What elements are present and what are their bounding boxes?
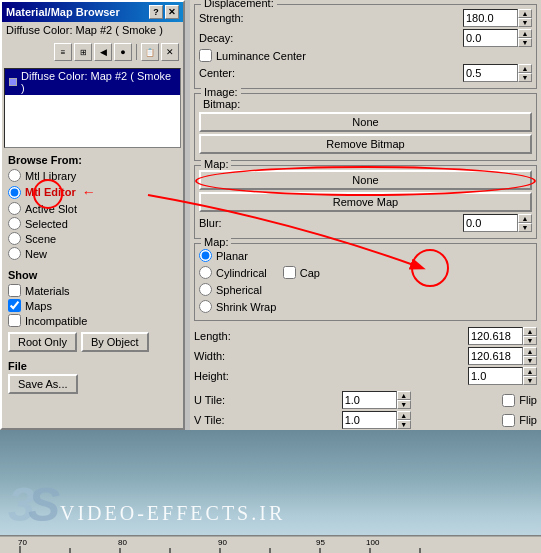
radio-planar-input[interactable] — [199, 249, 212, 262]
decay-input[interactable] — [463, 29, 518, 47]
svg-text:S: S — [28, 478, 60, 531]
help-button[interactable]: ? — [149, 5, 163, 19]
radio-mtl-library-input[interactable] — [8, 169, 21, 182]
radio-mtl-editor[interactable]: Mtl Editor ← — [8, 183, 177, 201]
width-up-btn[interactable]: ▲ — [523, 347, 537, 356]
radio-scene[interactable]: Scene — [8, 231, 177, 246]
check-cap-input[interactable] — [283, 266, 296, 279]
close-button[interactable]: ✕ — [165, 5, 179, 19]
center-input[interactable] — [463, 64, 518, 82]
back-button[interactable]: ◀ — [94, 43, 112, 61]
tree-view-button[interactable]: ⊞ — [74, 43, 92, 61]
center-up-btn[interactable]: ▲ — [518, 64, 532, 73]
cylindrical-row: Cylindrical Cap — [199, 265, 532, 280]
strength-up-btn[interactable]: ▲ — [518, 9, 532, 18]
none-bitmap-button[interactable]: None — [199, 112, 532, 132]
length-up-btn[interactable]: ▲ — [523, 327, 537, 336]
check-incompatible-input[interactable] — [8, 314, 21, 327]
radio-mtl-editor-label: Mtl Editor — [25, 186, 76, 198]
radio-planar[interactable]: Planar — [199, 248, 248, 263]
radio-shrinkwrap[interactable]: Shrink Wrap — [199, 299, 276, 314]
tree-area[interactable]: Diffuse Color: Map #2 ( Smoke ) — [4, 68, 181, 148]
root-only-button[interactable]: Root Only — [8, 332, 77, 352]
ruler-svg: 70 80 90 95 100 — [0, 536, 541, 554]
radio-mtl-library[interactable]: Mtl Library — [8, 168, 177, 183]
strength-down-btn[interactable]: ▼ — [518, 18, 532, 27]
spherical-row: Spherical — [199, 282, 532, 297]
radio-active-slot[interactable]: Active Slot — [8, 201, 177, 216]
center-down-btn[interactable]: ▼ — [518, 73, 532, 82]
radio-selected-input[interactable] — [8, 217, 21, 230]
u-tile-up-btn[interactable]: ▲ — [397, 391, 411, 400]
height-up-btn[interactable]: ▲ — [523, 367, 537, 376]
radio-shrinkwrap-input[interactable] — [199, 300, 212, 313]
check-cap[interactable]: Cap — [283, 265, 320, 280]
check-maps[interactable]: Maps — [8, 298, 177, 313]
strength-input[interactable] — [463, 9, 518, 27]
separator-1 — [136, 44, 137, 60]
decay-down-btn[interactable]: ▼ — [518, 38, 532, 47]
u-tile-input[interactable] — [342, 391, 397, 409]
copy-button[interactable]: 📋 — [141, 43, 159, 61]
check-materials[interactable]: Materials — [8, 283, 177, 298]
radio-mtl-editor-input[interactable] — [8, 186, 21, 199]
blur-up-btn[interactable]: ▲ — [518, 214, 532, 223]
dimensions-section: Length: ▲ ▼ Width: ▲ ▼ Height: — [194, 325, 537, 389]
height-down-btn[interactable]: ▼ — [523, 376, 537, 385]
u-flip-check[interactable]: Flip — [502, 393, 537, 408]
v-flip-checkbox[interactable] — [502, 414, 515, 427]
check-materials-input[interactable] — [8, 284, 21, 297]
height-input[interactable] — [468, 367, 523, 385]
width-input[interactable] — [468, 347, 523, 365]
height-spinner: ▲ ▼ — [468, 367, 537, 385]
radio-spherical-input[interactable] — [199, 283, 212, 296]
check-maps-input[interactable] — [8, 299, 21, 312]
sphere-view-button[interactable]: ● — [114, 43, 132, 61]
none-map-button[interactable]: None — [199, 170, 532, 190]
radio-spherical[interactable]: Spherical — [199, 282, 262, 297]
radio-cylindrical-input[interactable] — [199, 266, 212, 279]
remove-bitmap-button[interactable]: Remove Bitmap — [199, 134, 532, 154]
u-tile-down-btn[interactable]: ▼ — [397, 400, 411, 409]
delete-button[interactable]: ✕ — [161, 43, 179, 61]
none-map-container: None — [199, 170, 532, 192]
v-tile-input[interactable] — [342, 411, 397, 429]
decay-row: Decay: ▲ ▼ — [199, 29, 532, 47]
blur-input[interactable] — [463, 214, 518, 232]
check-incompatible[interactable]: Incompatible — [8, 313, 177, 328]
length-input[interactable] — [468, 327, 523, 345]
v-flip-check[interactable]: Flip — [502, 413, 537, 428]
list-view-button[interactable]: ≡ — [54, 43, 72, 61]
tree-item-diffuse[interactable]: Diffuse Color: Map #2 ( Smoke ) — [5, 69, 180, 95]
width-down-btn[interactable]: ▼ — [523, 356, 537, 365]
planar-row: Planar — [199, 248, 532, 263]
center-row: Center: ▲ ▼ — [199, 64, 532, 82]
decay-up-btn[interactable]: ▲ — [518, 29, 532, 38]
luminance-row[interactable]: Luminance Center — [199, 49, 532, 62]
blur-down-btn[interactable]: ▼ — [518, 223, 532, 232]
length-down-btn[interactable]: ▼ — [523, 336, 537, 345]
width-spinner-btns: ▲ ▼ — [523, 347, 537, 365]
v-tile-spinner-btns: ▲ ▼ — [397, 411, 411, 429]
by-object-button[interactable]: By Object — [81, 332, 149, 352]
radio-selected[interactable]: Selected — [8, 216, 177, 231]
remove-map-button[interactable]: Remove Map — [199, 192, 532, 212]
check-incompatible-label: Incompatible — [25, 315, 87, 327]
radio-scene-input[interactable] — [8, 232, 21, 245]
v-tile-down-btn[interactable]: ▼ — [397, 420, 411, 429]
luminance-checkbox[interactable] — [199, 49, 212, 62]
displacement-group: Displacement: Strength: ▲ ▼ Decay: ▲ ▼ — [194, 4, 537, 89]
radio-new[interactable]: New — [8, 246, 177, 261]
width-row: Width: ▲ ▼ — [194, 347, 537, 365]
save-as-button[interactable]: Save As... — [8, 374, 78, 394]
radio-new-input[interactable] — [8, 247, 21, 260]
luminance-label: Luminance Center — [216, 50, 306, 62]
titlebar-buttons: ? ✕ — [149, 5, 179, 19]
browser-toolbar: ≡ ⊞ ◀ ● 📋 ✕ — [50, 40, 183, 64]
check-materials-label: Materials — [25, 285, 70, 297]
u-flip-checkbox[interactable] — [502, 394, 515, 407]
radio-active-slot-input[interactable] — [8, 202, 21, 215]
radio-cylindrical[interactable]: Cylindrical — [199, 265, 267, 280]
v-tile-up-btn[interactable]: ▲ — [397, 411, 411, 420]
blur-spinner-btns: ▲ ▼ — [518, 214, 532, 232]
